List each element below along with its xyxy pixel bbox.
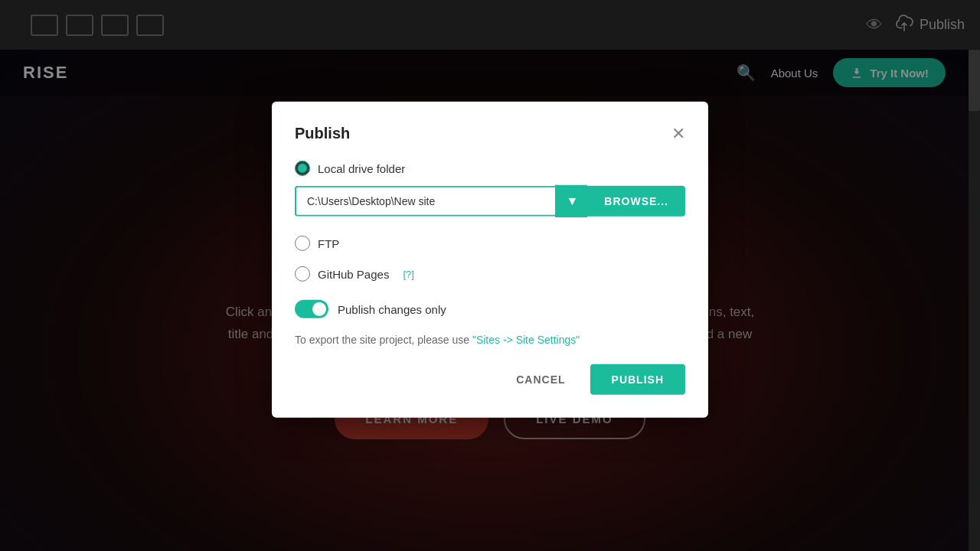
ftp-radio[interactable] bbox=[295, 236, 310, 251]
github-pages-label[interactable]: GitHub Pages bbox=[318, 267, 389, 280]
publish-changes-toggle[interactable] bbox=[295, 300, 328, 318]
github-pages-radio[interactable] bbox=[295, 266, 310, 282]
github-pages-option[interactable]: GitHub Pages [?] bbox=[295, 266, 685, 282]
toggle-label: Publish changes only bbox=[338, 302, 446, 315]
path-input-row: ▼ BROWSE... bbox=[295, 185, 685, 217]
local-drive-section: Local drive folder ▼ BROWSE... bbox=[295, 161, 685, 217]
local-drive-label[interactable]: Local drive folder bbox=[318, 161, 405, 174]
publish-modal: Publish ✕ Local drive folder ▼ BROWSE...… bbox=[272, 102, 708, 418]
chevron-down-icon: ▼ bbox=[566, 194, 578, 208]
ftp-label[interactable]: FTP bbox=[318, 236, 339, 249]
publish-options: Local drive folder ▼ BROWSE... FTP GitHu… bbox=[295, 161, 685, 282]
modal-close-button[interactable]: ✕ bbox=[671, 125, 685, 142]
export-note: To export the site project, please use "… bbox=[295, 334, 685, 346]
ftp-option[interactable]: FTP bbox=[295, 236, 685, 251]
local-drive-option[interactable]: Local drive folder bbox=[295, 161, 685, 176]
browse-button[interactable]: BROWSE... bbox=[587, 186, 685, 217]
cancel-button[interactable]: CANCEL bbox=[504, 366, 577, 393]
modal-footer: CANCEL PUBLISH bbox=[295, 364, 685, 395]
path-input-field[interactable] bbox=[295, 186, 555, 217]
github-help-link[interactable]: [?] bbox=[403, 268, 413, 279]
local-drive-radio[interactable] bbox=[295, 161, 310, 176]
toggle-slider bbox=[295, 300, 328, 318]
toggle-row: Publish changes only bbox=[295, 300, 685, 318]
modal-title: Publish bbox=[295, 125, 350, 142]
path-dropdown-button[interactable]: ▼ bbox=[555, 185, 587, 217]
modal-header: Publish ✕ bbox=[295, 125, 685, 142]
site-settings-link[interactable]: "Sites -> Site Settings" bbox=[472, 334, 580, 346]
publish-button[interactable]: PUBLISH bbox=[590, 364, 685, 395]
